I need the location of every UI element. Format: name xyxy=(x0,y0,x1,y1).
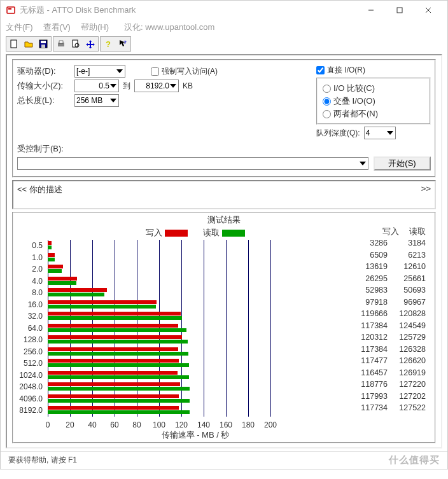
size-from-select[interactable]: 0.5 xyxy=(74,80,119,92)
write-value: 117734 xyxy=(356,403,388,412)
y-tick-label: 0.5 xyxy=(32,241,43,250)
write-bar xyxy=(48,382,180,386)
read-value: 120828 xyxy=(394,309,426,318)
write-bar xyxy=(48,288,107,292)
y-tick-label: 8192.0 xyxy=(19,406,43,415)
read-value: 126919 xyxy=(394,368,426,377)
x-tick-label: 0 xyxy=(46,420,50,429)
help-button[interactable]: ? xyxy=(101,38,115,50)
svg-rect-6 xyxy=(11,40,17,48)
write-value: 118776 xyxy=(356,380,388,389)
titlebar: 无标题 - ATTO Disk Benchmark xyxy=(1,1,447,20)
chart-plot: 0.51.02.04.08.016.032.064.0128.0256.0512… xyxy=(48,240,343,429)
overlap-io-radio[interactable] xyxy=(323,97,331,106)
read-bar xyxy=(48,387,190,391)
read-bar xyxy=(48,246,52,249)
write-bar xyxy=(48,253,55,257)
x-tick-label: 100 xyxy=(153,420,165,429)
neither-radio[interactable] xyxy=(323,110,331,118)
read-value: 25661 xyxy=(394,274,426,283)
chart-legend: 写入 读取 xyxy=(48,226,343,240)
result-row: 32863184 xyxy=(343,237,432,249)
write-value: 117993 xyxy=(356,392,388,401)
x-tick-label: 80 xyxy=(132,420,141,429)
window-title: 无标题 - ATTO Disk Benchmark xyxy=(20,4,136,16)
drive-select[interactable]: [-e-] xyxy=(74,65,125,78)
result-row: 116457126919 xyxy=(343,367,432,379)
write-bar xyxy=(48,277,77,281)
write-bar xyxy=(48,312,181,316)
result-row: 117477126620 xyxy=(343,355,432,367)
print-preview-button[interactable] xyxy=(69,38,83,50)
legend-read-label: 读取 xyxy=(203,228,220,237)
y-tick-label: 4096.0 xyxy=(19,394,43,403)
context-help-button[interactable]: ? xyxy=(116,38,130,50)
length-select[interactable]: 256 MB xyxy=(74,94,119,107)
menu-view[interactable]: 查看(V) xyxy=(43,22,71,33)
y-tick-label: 4.0 xyxy=(32,277,43,286)
minimize-button[interactable] xyxy=(356,1,385,19)
print-button[interactable] xyxy=(54,38,68,50)
read-bar xyxy=(48,258,55,261)
y-tick-label: 2.0 xyxy=(32,265,43,274)
result-row: 2629525661 xyxy=(343,273,432,285)
watermark: 什么值得买 xyxy=(389,454,440,466)
x-tick-label: 40 xyxy=(88,420,96,429)
controlled-by-label: 受控制于(B): xyxy=(17,143,81,155)
description-text-right: >> xyxy=(421,184,431,205)
y-tick-label: 256.0 xyxy=(24,347,43,356)
controlled-by-select[interactable] xyxy=(17,157,368,170)
size-to-select[interactable]: 8192.0 xyxy=(134,80,179,92)
read-value: 127522 xyxy=(394,403,426,412)
menubar: 文件(F) 查看(V) 帮助(H) 汉化: www.upantool.com xyxy=(1,20,447,35)
menu-file[interactable]: 文件(F) xyxy=(6,22,33,33)
grid-line xyxy=(204,240,204,417)
chart-area: 写入 读取 0.51.02.04.08.016.032.064.0128.025… xyxy=(16,226,343,441)
result-row: 117384124549 xyxy=(343,320,432,332)
open-button[interactable] xyxy=(22,38,36,50)
write-value: 6509 xyxy=(356,251,388,260)
queue-depth-select[interactable]: 4 xyxy=(364,127,396,139)
x-tick-label: 160 xyxy=(220,420,232,429)
read-bar xyxy=(48,375,189,379)
force-write-label: 强制写入访问(A) xyxy=(162,66,218,77)
direct-io-checkbox[interactable] xyxy=(316,66,325,74)
y-tick-label: 32.0 xyxy=(28,312,43,321)
write-bar xyxy=(48,300,157,304)
write-bar xyxy=(48,241,52,245)
read-bar xyxy=(48,281,76,285)
result-row: 119666120828 xyxy=(343,308,432,320)
read-value: 127202 xyxy=(394,392,426,401)
read-value: 12610 xyxy=(394,262,426,271)
read-bar xyxy=(48,328,186,332)
description-box[interactable]: << 你的描述 >> xyxy=(12,180,436,209)
write-value: 119666 xyxy=(356,309,388,318)
result-row: 117734127522 xyxy=(343,402,432,414)
start-button[interactable]: 开始(S) xyxy=(374,156,431,170)
save-button[interactable] xyxy=(36,38,50,50)
col-write-label: 写入 xyxy=(382,226,399,237)
status-bar: 要获得帮助, 请按 F1 什么值得买 xyxy=(1,451,447,469)
write-value: 117477 xyxy=(356,356,388,365)
result-row: 118776127220 xyxy=(343,378,432,391)
menu-help[interactable]: 帮助(H) xyxy=(81,22,109,33)
read-value: 96967 xyxy=(394,298,426,307)
numeric-results: 写入 读取 3286318465096213136191261026295256… xyxy=(343,226,432,441)
close-button[interactable] xyxy=(414,1,442,19)
result-row: 65096213 xyxy=(343,249,432,261)
read-value: 125729 xyxy=(394,333,426,342)
new-button[interactable] xyxy=(7,38,21,50)
x-axis-title: 传输速率 - MB / 秒 xyxy=(48,429,343,441)
read-bar xyxy=(48,399,190,403)
length-label: 总长度(L): xyxy=(17,95,74,106)
overlap-io-label: 交叠 I/O(O) xyxy=(333,95,375,107)
io-compare-radio[interactable] xyxy=(323,85,331,93)
y-tick-label: 128.0 xyxy=(24,335,43,344)
x-tick-label: 180 xyxy=(242,420,255,429)
kb-label: KB xyxy=(183,81,193,90)
svg-rect-9 xyxy=(41,45,45,48)
move-button[interactable] xyxy=(83,38,97,50)
maximize-button[interactable] xyxy=(385,1,414,19)
direct-io-label: 直接 I/O(R) xyxy=(327,65,365,76)
force-write-checkbox[interactable] xyxy=(151,67,159,76)
